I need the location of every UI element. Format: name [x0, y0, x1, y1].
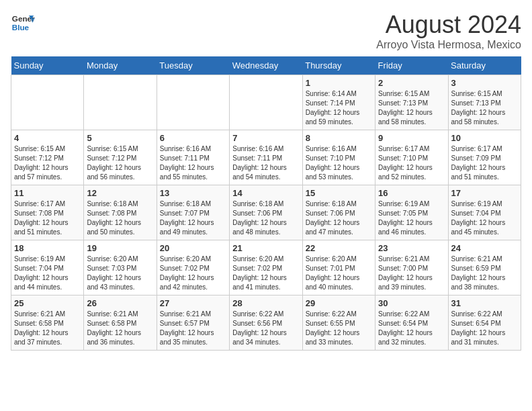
day-info: Sunrise: 6:15 AM Sunset: 7:13 PM Dayligh… [378, 89, 445, 127]
logo: General Blue [11, 11, 35, 35]
day-number: 4 [14, 133, 81, 143]
day-cell [84, 75, 157, 130]
day-cell: 11Sunrise: 6:17 AM Sunset: 7:08 PM Dayli… [11, 185, 84, 240]
calendar-table: SundayMondayTuesdayWednesdayThursdayFrid… [11, 56, 521, 351]
day-info: Sunrise: 6:18 AM Sunset: 7:06 PM Dayligh… [232, 199, 299, 237]
day-header-saturday: Saturday [448, 56, 521, 75]
day-cell: 27Sunrise: 6:21 AM Sunset: 6:57 PM Dayli… [157, 295, 229, 351]
day-info: Sunrise: 6:21 AM Sunset: 6:58 PM Dayligh… [87, 310, 153, 347]
day-info: Sunrise: 6:16 AM Sunset: 7:11 PM Dayligh… [160, 144, 226, 182]
day-cell: 25Sunrise: 6:21 AM Sunset: 6:58 PM Dayli… [11, 295, 84, 351]
day-number: 2 [378, 78, 445, 88]
calendar-subtitle: Arroyo Vista Hermosa, Mexico [376, 39, 521, 51]
day-cell: 21Sunrise: 6:20 AM Sunset: 7:02 PM Dayli… [230, 240, 302, 295]
day-cell: 7Sunrise: 6:16 AM Sunset: 7:11 PM Daylig… [230, 130, 302, 185]
day-number: 17 [451, 188, 518, 198]
day-info: Sunrise: 6:22 AM Sunset: 6:56 PM Dayligh… [232, 310, 299, 347]
day-cell: 30Sunrise: 6:22 AM Sunset: 6:54 PM Dayli… [375, 295, 448, 351]
day-number: 24 [451, 243, 518, 253]
day-number: 9 [378, 133, 445, 143]
day-info: Sunrise: 6:22 AM Sunset: 6:54 PM Dayligh… [451, 310, 518, 347]
day-info: Sunrise: 6:18 AM Sunset: 7:06 PM Dayligh… [306, 199, 372, 237]
day-number: 29 [306, 298, 372, 308]
day-number: 19 [87, 243, 153, 253]
day-cell: 3Sunrise: 6:15 AM Sunset: 7:13 PM Daylig… [448, 75, 521, 130]
day-info: Sunrise: 6:15 AM Sunset: 7:13 PM Dayligh… [451, 89, 518, 127]
day-cell: 13Sunrise: 6:18 AM Sunset: 7:07 PM Dayli… [157, 185, 229, 240]
day-number: 5 [87, 133, 153, 143]
day-cell: 17Sunrise: 6:19 AM Sunset: 7:04 PM Dayli… [448, 185, 521, 240]
day-info: Sunrise: 6:20 AM Sunset: 7:03 PM Dayligh… [87, 255, 153, 292]
week-row-4: 18Sunrise: 6:19 AM Sunset: 7:04 PM Dayli… [11, 240, 521, 295]
day-cell: 6Sunrise: 6:16 AM Sunset: 7:11 PM Daylig… [157, 130, 229, 185]
title-area: August 2024 Arroyo Vista Hermosa, Mexico [376, 11, 521, 51]
day-cell: 16Sunrise: 6:19 AM Sunset: 7:05 PM Dayli… [375, 185, 448, 240]
day-cell: 18Sunrise: 6:19 AM Sunset: 7:04 PM Dayli… [11, 240, 84, 295]
day-cell [230, 75, 302, 130]
day-info: Sunrise: 6:22 AM Sunset: 6:55 PM Dayligh… [306, 310, 372, 347]
day-cell: 4Sunrise: 6:15 AM Sunset: 7:12 PM Daylig… [11, 130, 84, 185]
day-info: Sunrise: 6:19 AM Sunset: 7:05 PM Dayligh… [378, 199, 445, 237]
day-cell: 15Sunrise: 6:18 AM Sunset: 7:06 PM Dayli… [302, 185, 375, 240]
day-cell: 24Sunrise: 6:21 AM Sunset: 6:59 PM Dayli… [448, 240, 521, 295]
day-cell [11, 75, 84, 130]
day-info: Sunrise: 6:14 AM Sunset: 7:14 PM Dayligh… [306, 89, 372, 127]
calendar-title: August 2024 [376, 11, 521, 39]
day-number: 25 [14, 298, 81, 308]
day-cell: 31Sunrise: 6:22 AM Sunset: 6:54 PM Dayli… [448, 295, 521, 351]
day-number: 12 [87, 188, 153, 198]
day-cell: 19Sunrise: 6:20 AM Sunset: 7:03 PM Dayli… [84, 240, 157, 295]
day-number: 28 [232, 298, 299, 308]
day-info: Sunrise: 6:18 AM Sunset: 7:08 PM Dayligh… [87, 199, 153, 237]
day-number: 20 [160, 243, 226, 253]
day-number: 31 [451, 298, 518, 308]
day-header-wednesday: Wednesday [230, 56, 302, 75]
day-number: 30 [378, 298, 445, 308]
day-cell: 22Sunrise: 6:20 AM Sunset: 7:01 PM Dayli… [302, 240, 375, 295]
day-cell [157, 75, 229, 130]
day-info: Sunrise: 6:15 AM Sunset: 7:12 PM Dayligh… [87, 144, 153, 182]
day-cell: 29Sunrise: 6:22 AM Sunset: 6:55 PM Dayli… [302, 295, 375, 351]
day-number: 3 [451, 78, 518, 88]
day-cell: 5Sunrise: 6:15 AM Sunset: 7:12 PM Daylig… [84, 130, 157, 185]
day-info: Sunrise: 6:21 AM Sunset: 7:00 PM Dayligh… [378, 255, 445, 292]
day-number: 7 [232, 133, 299, 143]
day-header-tuesday: Tuesday [157, 56, 229, 75]
day-info: Sunrise: 6:17 AM Sunset: 7:10 PM Dayligh… [378, 144, 445, 182]
day-number: 1 [306, 78, 372, 88]
day-cell: 14Sunrise: 6:18 AM Sunset: 7:06 PM Dayli… [230, 185, 302, 240]
day-header-sunday: Sunday [11, 56, 84, 75]
svg-text:Blue: Blue [12, 23, 30, 32]
day-cell: 9Sunrise: 6:17 AM Sunset: 7:10 PM Daylig… [375, 130, 448, 185]
day-cell: 23Sunrise: 6:21 AM Sunset: 7:00 PM Dayli… [375, 240, 448, 295]
day-info: Sunrise: 6:17 AM Sunset: 7:09 PM Dayligh… [451, 144, 518, 182]
day-info: Sunrise: 6:17 AM Sunset: 7:08 PM Dayligh… [14, 199, 81, 237]
day-number: 8 [306, 133, 372, 143]
day-cell: 10Sunrise: 6:17 AM Sunset: 7:09 PM Dayli… [448, 130, 521, 185]
day-number: 23 [378, 243, 445, 253]
day-header-monday: Monday [84, 56, 157, 75]
week-row-2: 4Sunrise: 6:15 AM Sunset: 7:12 PM Daylig… [11, 130, 521, 185]
day-headers-row: SundayMondayTuesdayWednesdayThursdayFrid… [11, 56, 521, 75]
day-info: Sunrise: 6:20 AM Sunset: 7:02 PM Dayligh… [160, 255, 226, 292]
day-cell: 8Sunrise: 6:16 AM Sunset: 7:10 PM Daylig… [302, 130, 375, 185]
day-number: 6 [160, 133, 226, 143]
day-number: 22 [306, 243, 372, 253]
week-row-5: 25Sunrise: 6:21 AM Sunset: 6:58 PM Dayli… [11, 295, 521, 351]
day-info: Sunrise: 6:22 AM Sunset: 6:54 PM Dayligh… [378, 310, 445, 347]
day-number: 16 [378, 188, 445, 198]
day-info: Sunrise: 6:16 AM Sunset: 7:11 PM Dayligh… [232, 144, 299, 182]
day-number: 11 [14, 188, 81, 198]
day-cell: 2Sunrise: 6:15 AM Sunset: 7:13 PM Daylig… [375, 75, 448, 130]
day-cell: 20Sunrise: 6:20 AM Sunset: 7:02 PM Dayli… [157, 240, 229, 295]
day-info: Sunrise: 6:20 AM Sunset: 7:01 PM Dayligh… [306, 255, 372, 292]
day-number: 26 [87, 298, 153, 308]
day-number: 21 [232, 243, 299, 253]
day-number: 14 [232, 188, 299, 198]
day-info: Sunrise: 6:20 AM Sunset: 7:02 PM Dayligh… [232, 255, 299, 292]
day-info: Sunrise: 6:16 AM Sunset: 7:10 PM Dayligh… [306, 144, 372, 182]
day-info: Sunrise: 6:21 AM Sunset: 6:58 PM Dayligh… [14, 310, 81, 347]
day-info: Sunrise: 6:18 AM Sunset: 7:07 PM Dayligh… [160, 199, 226, 237]
day-cell: 12Sunrise: 6:18 AM Sunset: 7:08 PM Dayli… [84, 185, 157, 240]
day-cell: 26Sunrise: 6:21 AM Sunset: 6:58 PM Dayli… [84, 295, 157, 351]
